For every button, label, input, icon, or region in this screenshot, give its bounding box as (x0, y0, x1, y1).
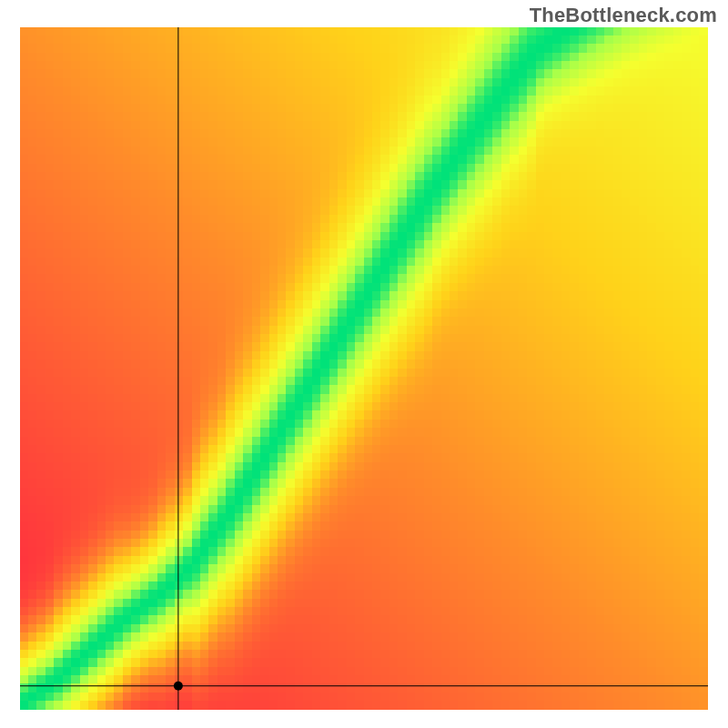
chart-container: TheBottleneck.com (0, 0, 728, 728)
heatmap-canvas (20, 27, 708, 710)
attribution-text: TheBottleneck.com (530, 4, 717, 27)
